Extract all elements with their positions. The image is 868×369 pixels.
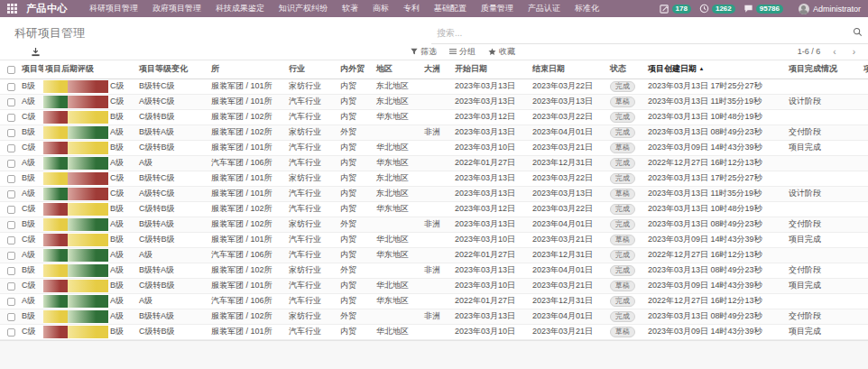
table-row[interactable]: C级 B级 C级转B级 服装军团 / 101所 汽车行业 内贸 华北地区 202…: [0, 140, 868, 155]
menu-item-2[interactable]: 科技成果鉴定: [208, 0, 272, 17]
header-industry[interactable]: 行业: [287, 60, 338, 78]
header-trade[interactable]: 内外贸: [338, 60, 374, 78]
cell-status: 完成: [608, 109, 646, 125]
table-row[interactable]: C级 B级 C级转B级 服装军团 / 102所 汽车行业 内贸 华东地区 202…: [0, 201, 868, 217]
row-checkbox[interactable]: [7, 313, 15, 321]
menu-item-7[interactable]: 基础配置: [427, 0, 474, 17]
header-created-date[interactable]: 项目创建日期 ▲: [646, 60, 787, 78]
messages-button[interactable]: 95786: [743, 4, 783, 14]
later-color-band: [68, 280, 108, 292]
cell-start-date: 2023年03月13日: [453, 171, 531, 186]
cell-level-band: [43, 309, 68, 324]
menu-item-9[interactable]: 产品认证: [521, 0, 568, 17]
level-color-band: [43, 80, 68, 93]
favorites-button[interactable]: 收藏: [488, 46, 515, 58]
row-checkbox[interactable]: [7, 298, 15, 306]
header-clipped[interactable]: 项: [862, 60, 868, 78]
row-select-cell: [0, 278, 20, 293]
group-by-button[interactable]: 分组: [449, 46, 476, 58]
apps-grid-icon[interactable]: [7, 4, 17, 14]
row-checkbox[interactable]: [7, 144, 15, 152]
activities-button[interactable]: 178: [660, 4, 691, 14]
cell-clipped: [862, 140, 868, 155]
header-later-rating[interactable]: 项目后期评级: [43, 60, 108, 78]
status-badge: 草稿: [610, 327, 635, 337]
cell-clipped: [862, 232, 868, 247]
cell-later-band: [68, 171, 108, 186]
row-checkbox[interactable]: [7, 83, 15, 91]
filter-button[interactable]: 筛选: [411, 46, 437, 58]
menu-item-1[interactable]: 政府项目管理: [145, 0, 208, 17]
menu-item-3[interactable]: 知识产权纠纷: [272, 0, 335, 17]
table-row[interactable]: C级 B级 C级转B级 服装军团 / 102所 汽车行业 内贸 华东地区 202…: [0, 109, 868, 125]
pager-next-button[interactable]: ›: [849, 47, 859, 57]
header-institute[interactable]: 所: [209, 60, 287, 78]
table-row[interactable]: C级 B级 C级转B级 服装军团 / 101所 汽车行业 内贸 华北地区 202…: [0, 324, 868, 339]
row-checkbox[interactable]: [7, 282, 15, 291]
header-later-text[interactable]: [108, 60, 137, 78]
header-continent[interactable]: 大洲: [422, 60, 453, 78]
cell-continent: 非洲: [422, 217, 453, 232]
topbar-menu: 科研项目管理政府项目管理科技成果鉴定知识产权纠纷软著商标专利基础配置质量管理产品…: [82, 0, 606, 17]
table-row[interactable]: A级 A级 A级 汽车军团 / 106所 汽车行业 内贸 华东地区 2022年0…: [0, 247, 868, 263]
menu-item-10[interactable]: 标准化: [568, 0, 606, 17]
menu-item-5[interactable]: 商标: [365, 0, 396, 17]
cell-trade: 内贸: [338, 247, 374, 263]
activities-count-badge: 178: [672, 5, 691, 14]
header-end-date[interactable]: 结束日期: [531, 60, 608, 78]
header-start-date[interactable]: 开始日期: [453, 60, 531, 78]
select-all-header[interactable]: [0, 60, 20, 78]
cell-region: 东北地区: [374, 186, 422, 201]
row-checkbox[interactable]: [7, 160, 15, 168]
table-row[interactable]: B级 C级 B级转C级 服装军团 / 101所 家纺行业 内贸 东北地区 202…: [0, 78, 868, 94]
table-row[interactable]: A级 A级 A级 汽车军团 / 106所 汽车行业 内贸 华东地区 2022年0…: [0, 155, 868, 171]
header-region[interactable]: 地区: [374, 60, 422, 78]
table-row[interactable]: A级 A级 A级 汽车军团 / 106所 汽车行业 内贸 华东地区 2022年0…: [0, 293, 868, 309]
cell-end-date: 2023年12月31日: [531, 247, 608, 263]
table-row[interactable]: B级 A级 B级转A级 服装军团 / 102所 家纺行业 外贸 非洲 2023年…: [0, 263, 868, 278]
row-checkbox[interactable]: [7, 175, 15, 183]
menu-item-4[interactable]: 软著: [335, 0, 365, 17]
cell-level: A级: [20, 94, 43, 109]
later-color-band: [68, 264, 108, 277]
later-color-band: [68, 234, 108, 246]
row-checkbox[interactable]: [7, 190, 15, 198]
table-row[interactable]: C级 B级 C级转B级 服装军团 / 101所 汽车行业 内贸 华北地区 202…: [0, 232, 868, 247]
header-status[interactable]: 状态: [608, 60, 646, 78]
table-row[interactable]: B级 A级 B级转A级 服装军团 / 102所 家纺行业 外贸 非洲 2023年…: [0, 309, 868, 324]
select-all-checkbox[interactable]: [7, 66, 15, 74]
row-checkbox[interactable]: [7, 129, 15, 137]
menu-item-8[interactable]: 质量管理: [474, 0, 521, 17]
row-checkbox[interactable]: [7, 328, 15, 337]
table-row[interactable]: B级 A级 B级转A级 服装军团 / 102所 家纺行业 外贸 非洲 2023年…: [0, 217, 868, 232]
row-checkbox[interactable]: [7, 221, 15, 229]
cell-start-date: 2023年03月13日: [453, 263, 531, 278]
pager-prev-button[interactable]: ‹: [829, 47, 839, 57]
table-row[interactable]: A级 C级 A级转C级 服装军团 / 101所 汽车行业 内贸 东北地区 202…: [0, 94, 868, 109]
row-checkbox[interactable]: [7, 267, 15, 275]
row-checkbox[interactable]: [7, 98, 15, 106]
row-checkbox[interactable]: [7, 206, 15, 214]
table-row[interactable]: A级 C级 A级转C级 服装军团 / 101所 汽车行业 内贸 东北地区 202…: [0, 186, 868, 201]
row-checkbox[interactable]: [7, 114, 15, 122]
row-checkbox[interactable]: [7, 236, 15, 244]
cell-status: 草稿: [608, 186, 646, 201]
menu-item-0[interactable]: 科研项目管理: [82, 0, 145, 17]
app-title[interactable]: 产品中心: [26, 2, 68, 15]
menu-item-6[interactable]: 专利: [396, 0, 427, 17]
search-icon[interactable]: [853, 24, 863, 41]
cell-clipped: [862, 94, 868, 109]
schedule-button[interactable]: 1262: [699, 4, 735, 14]
header-completion[interactable]: 项目完成情况: [787, 60, 862, 78]
header-change[interactable]: 项目等级变化: [137, 60, 209, 78]
cell-created-date: 2022年12月27日 16时12分13秒: [646, 247, 787, 263]
table-row[interactable]: B级 C级 B级转C级 服装军团 / 101所 家纺行业 内贸 东北地区 202…: [0, 171, 868, 186]
search-input[interactable]: [437, 28, 853, 38]
row-checkbox[interactable]: [7, 252, 15, 260]
table-row[interactable]: B级 A级 B级转A级 服装军团 / 102所 家纺行业 外贸 非洲 2023年…: [0, 125, 868, 140]
export-icon[interactable]: [31, 47, 41, 57]
table-row[interactable]: C级 B级 C级转B级 服装军团 / 101所 汽车行业 内贸 华北地区 202…: [0, 278, 868, 293]
header-level[interactable]: 项目等级: [20, 60, 43, 78]
user-menu[interactable]: Administrator: [799, 4, 861, 14]
topbar-right: 178 1262 95786 Administrator: [660, 4, 861, 14]
